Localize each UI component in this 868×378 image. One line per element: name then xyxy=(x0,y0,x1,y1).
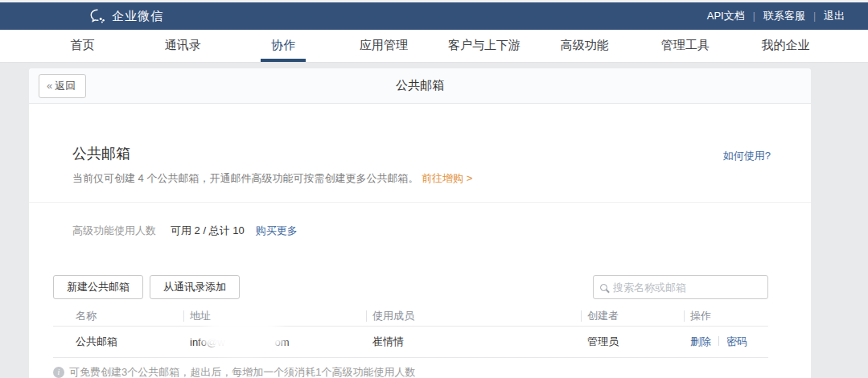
tab-app-management[interactable]: 应用管理 xyxy=(334,30,434,62)
cell-creator: 管理员 xyxy=(581,335,684,349)
buy-more-link[interactable]: 购买更多 xyxy=(256,224,298,238)
tab-my-company[interactable]: 我的企业 xyxy=(735,30,836,62)
info-icon: i xyxy=(53,367,64,378)
tab-admin-tools[interactable]: 管理工具 xyxy=(635,30,735,62)
tab-collaboration[interactable]: 协作 xyxy=(233,30,334,62)
add-from-contacts-button[interactable]: 从通讯录添加 xyxy=(150,275,240,299)
quota-value: 可用 2 / 总计 10 xyxy=(171,224,245,238)
brand-label: 企业微信 xyxy=(112,9,163,24)
tab-home[interactable]: 首页 xyxy=(32,30,133,62)
description-text: 当前仅可创建 4 个公共邮箱，开通邮件高级功能可按需创建更多公共邮箱。 xyxy=(72,172,418,184)
table-row: 公共邮箱 info@wom 崔情情 管理员 删除密码 xyxy=(53,327,768,358)
search-box xyxy=(593,275,768,299)
header-address: 地址 xyxy=(183,309,366,323)
wecom-brand[interactable]: 企业微信 xyxy=(90,9,163,24)
quota-label: 高级功能使用人数 xyxy=(72,224,156,238)
topbar-separator: | xyxy=(813,10,816,22)
cell-name: 公共邮箱 xyxy=(53,335,183,349)
cell-address: info@wom xyxy=(183,336,366,348)
card-body: 公共邮箱 如何使用? 当前仅可创建 4 个公共邮箱，开通邮件高级功能可按需创建更… xyxy=(29,104,811,377)
section-description: 当前仅可创建 4 个公共邮箱，开通邮件高级功能可按需创建更多公共邮箱。 前往增购… xyxy=(72,171,472,186)
delete-link[interactable]: 删除 xyxy=(690,335,711,347)
header-name: 名称 xyxy=(53,309,183,323)
topbar-links: API文档 | 联系客服 | 退出 xyxy=(707,9,845,23)
upgrade-link[interactable]: 前往增购 > xyxy=(422,172,472,184)
card-header: 公共邮箱 « 返回 xyxy=(29,68,811,104)
cell-members: 崔情情 xyxy=(366,335,581,349)
how-to-use-link[interactable]: 如何使用? xyxy=(723,149,771,163)
header-members: 使用成员 xyxy=(366,309,581,323)
tab-advanced-features[interactable]: 高级功能 xyxy=(534,30,635,62)
header-creator: 创建者 xyxy=(581,309,684,323)
footer-note: i 可免费创建3个公共邮箱，超出后，每增加一个须消耗1个高级功能使用人数 xyxy=(53,365,415,378)
topbar-separator: | xyxy=(753,10,755,22)
content-card: 公共邮箱 « 返回 公共邮箱 如何使用? 当前仅可创建 4 个公共邮箱，开通邮件… xyxy=(29,68,811,378)
password-link[interactable]: 密码 xyxy=(726,335,747,347)
topbar: 企业微信 API文档 | 联系客服 | 退出 xyxy=(0,2,868,30)
new-mailbox-button[interactable]: 新建公共邮箱 xyxy=(53,275,143,299)
wecom-logo-icon xyxy=(90,9,106,23)
tab-contacts[interactable]: 通讯录 xyxy=(133,30,233,62)
logout-link[interactable]: 退出 xyxy=(824,9,845,23)
api-docs-link[interactable]: API文档 xyxy=(707,9,745,23)
action-separator xyxy=(718,336,719,346)
note-text: 可免费创建3个公共邮箱，超出后，每增加一个须消耗1个高级功能使用人数 xyxy=(69,365,415,378)
quota-row: 高级功能使用人数 可用 2 / 总计 10 购买更多 xyxy=(72,224,298,238)
section-divider xyxy=(29,202,811,203)
tab-customers[interactable]: 客户与上下游 xyxy=(434,30,535,62)
main-nav: 首页 通讯录 协作 应用管理 客户与上下游 高级功能 管理工具 我的企业 xyxy=(0,30,868,63)
page-title: 公共邮箱 xyxy=(29,78,811,93)
address-suffix: om xyxy=(275,336,290,348)
search-input[interactable] xyxy=(613,281,761,294)
header-actions: 操作 xyxy=(684,309,768,323)
table-header-row: 名称 地址 使用成员 创建者 操作 xyxy=(53,306,768,327)
search-icon xyxy=(600,284,607,291)
mailbox-table: 名称 地址 使用成员 创建者 操作 公共邮箱 info@wom 崔情情 管理员 … xyxy=(53,306,768,358)
address-prefix: info@w xyxy=(190,336,225,348)
cell-actions: 删除密码 xyxy=(684,335,768,349)
section-title: 公共邮箱 xyxy=(72,144,130,163)
contact-support-link[interactable]: 联系客服 xyxy=(763,9,805,23)
